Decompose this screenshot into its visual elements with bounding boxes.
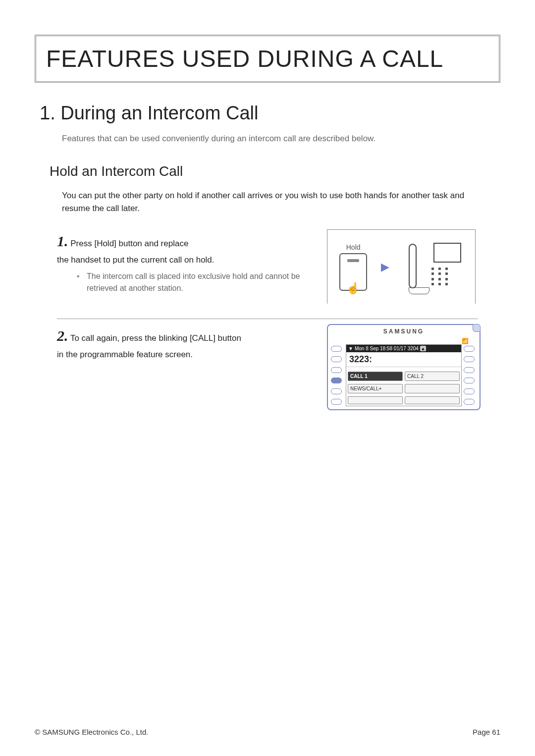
page-title-box: FEATURES USED DURING A CALL [35,35,500,83]
step-2-rest: in the programmable feature screen. [57,350,193,359]
phone-keypad-graphic [431,268,451,287]
footer-page-number: Page 61 [473,728,500,736]
screen-call2-button: CALL 2 [405,372,460,381]
screen-empty-button-2 [348,396,403,404]
screen-dialed-number: 3223: [346,352,461,367]
right-softkey-1 [464,346,475,352]
step-1-illustration-col: Hold ☝ ▶ [327,229,481,304]
screen-grid: ▼ Mon 8 Sep 18:58 01/17 3204 ▲ 3223: CAL… [331,344,477,406]
step-2-row: 2. To call again, press the blinking [CA… [57,319,481,410]
section-intro: Features that can be used conveniently d… [62,134,500,144]
step-1-row: 1. Press [Hold] button and replace the h… [57,224,481,304]
step-1-number: 1. [57,233,68,249]
step-1-rest: the handset to put the current call on h… [57,255,214,265]
screen-status-text: Mon 8 Sep 18:58 01/17 3204 [355,346,419,351]
step-1-bullet-1: The intercom call is placed into exclusi… [77,270,317,294]
screen-button-row-2: NEWS/CALL+ [346,382,461,395]
step-2-illustration-col: SAMSUNG 📶 ▼ Mon 8 Sep 18:58 01/17 3204 ▲… [327,324,481,410]
footer-copyright: © SAMSUNG Electronics Co., Ltd. [35,728,148,736]
screen-status-bar: ▼ Mon 8 Sep 18:58 01/17 3204 ▲ [346,345,461,352]
left-softkey-2 [331,356,342,362]
step-2-text-col: 2. To call again, press the blinking [CA… [57,324,317,410]
hand-icon: ☝ [346,282,360,295]
right-softkey-5 [464,388,475,394]
left-softkey-5 [331,388,342,394]
hold-illustration: Hold ☝ ▶ [327,229,476,304]
page-title: FEATURES USED DURING A CALL [46,45,489,72]
left-softkey-6 [331,399,342,405]
left-softkey-3 [331,367,342,373]
phone-screen-graphic [433,243,461,263]
left-softkey-1 [331,346,342,352]
phone-cord-graphic [409,285,428,294]
screen-top-icons: 📶 [331,338,477,344]
signal-icon: 📶 [462,338,469,344]
screen-call1-button: CALL 1 [348,372,403,381]
screen-newscall-button: NEWS/CALL+ [348,384,403,393]
hold-button-graphic: ☝ [339,253,367,291]
phone-handset-graphic [409,244,417,288]
up-triangle-icon: ▲ [420,346,426,351]
step-1-lead: Press [Hold] button and replace [70,239,188,248]
screen-empty-button-3 [405,396,460,404]
right-softkey-2 [464,356,475,362]
right-softkey-6 [464,399,475,405]
phone-screen-illustration: SAMSUNG 📶 ▼ Mon 8 Sep 18:58 01/17 3204 ▲… [327,324,481,410]
subsection-body: You can put the other party on hold if a… [62,189,481,215]
phone-graphic [404,240,463,294]
right-softkey-3 [464,367,475,373]
step-1-text: 1. Press [Hold] button and replace the h… [57,229,317,267]
page-footer: © SAMSUNG Electronics Co., Ltd. Page 61 [35,728,500,736]
screen-button-row-3 [346,395,461,406]
step-2-number: 2. [57,327,68,344]
right-softkey-4 [464,378,475,383]
screen-empty-button-1 [405,384,460,393]
section-title: 1. During an Intercom Call [40,103,500,124]
left-softkey-4-active [331,378,342,383]
screen-brand: SAMSUNG [331,328,477,335]
arrow-right-icon: ▶ [381,261,389,273]
screen-corner-tab [473,324,481,332]
down-triangle-icon: ▼ [348,346,353,351]
hold-button-device: Hold ☝ [339,243,367,291]
step-2-text: 2. To call again, press the blinking [CA… [57,324,317,361]
hold-label: Hold [339,243,367,251]
screen-button-row-1: CALL 1 CALL 2 [346,370,461,382]
subsection-title: Hold an Intercom Call [50,163,500,179]
screen-center: ▼ Mon 8 Sep 18:58 01/17 3204 ▲ 3223: CAL… [346,344,462,406]
step-1-text-col: 1. Press [Hold] button and replace the h… [57,229,317,304]
step-1-bullets: The intercom call is placed into exclusi… [77,270,317,294]
step-2-lead: To call again, press the blinking [CALL]… [70,333,241,343]
